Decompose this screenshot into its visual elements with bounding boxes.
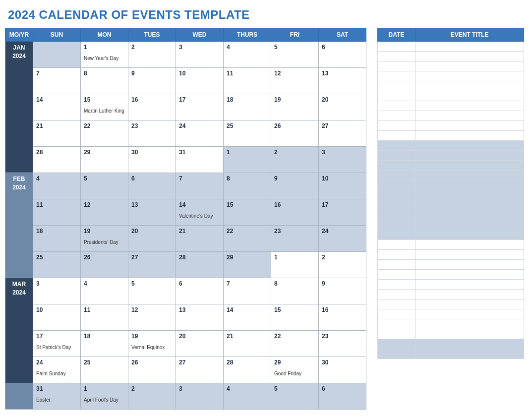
day-cell[interactable]: 12 — [128, 304, 176, 331]
day-cell[interactable]: 17 — [176, 94, 224, 120]
event-title-cell[interactable] — [415, 230, 524, 240]
day-cell[interactable]: 17 — [319, 199, 366, 226]
day-cell[interactable]: 22 — [271, 331, 319, 357]
day-cell[interactable]: 24Palm Sunday — [33, 357, 81, 383]
event-date-cell[interactable] — [378, 81, 415, 91]
day-cell[interactable]: 25 — [33, 252, 81, 278]
day-cell[interactable]: 15 — [224, 199, 271, 226]
event-title-cell[interactable] — [415, 71, 524, 81]
event-title-cell[interactable] — [415, 101, 524, 111]
day-cell[interactable]: 15Martin Luther King Jr Day — [81, 94, 128, 120]
event-title-cell[interactable] — [415, 210, 524, 220]
event-date-cell[interactable] — [378, 329, 415, 339]
event-title-cell[interactable] — [415, 240, 524, 250]
day-cell[interactable]: 7 — [176, 173, 224, 199]
event-date-cell[interactable] — [378, 319, 415, 329]
event-date-cell[interactable] — [378, 131, 415, 141]
day-cell[interactable]: 4 — [224, 383, 271, 410]
day-cell[interactable]: 20 — [176, 331, 224, 357]
day-cell[interactable]: 19Vernal Equinox — [128, 331, 176, 357]
day-cell[interactable]: 9 — [319, 278, 366, 304]
day-cell[interactable]: 16 — [128, 94, 176, 120]
day-cell[interactable]: 27 — [128, 252, 176, 278]
event-date-cell[interactable] — [378, 290, 415, 299]
event-title-cell[interactable] — [415, 270, 524, 280]
day-cell[interactable]: 26 — [128, 357, 176, 383]
event-title-cell[interactable] — [415, 180, 524, 190]
event-date-cell[interactable] — [378, 349, 415, 359]
day-cell[interactable]: 27 — [319, 120, 366, 147]
day-cell[interactable]: 17St Patrick's Day — [33, 331, 81, 357]
day-cell[interactable]: 23 — [271, 226, 319, 252]
event-date-cell[interactable] — [378, 280, 415, 290]
day-cell[interactable]: 10 — [319, 173, 366, 199]
event-title-cell[interactable] — [415, 190, 524, 200]
day-cell[interactable]: 20 — [128, 226, 176, 252]
day-cell[interactable]: 4 — [81, 278, 128, 304]
day-cell[interactable]: 2 — [128, 42, 176, 68]
day-cell[interactable]: 5 — [81, 173, 128, 199]
day-cell[interactable]: 1April Fool's Day — [81, 383, 128, 410]
day-cell[interactable]: 29 — [81, 147, 128, 173]
day-cell[interactable]: 1 — [271, 252, 319, 278]
day-cell[interactable]: 9 — [271, 173, 319, 199]
event-title-cell[interactable] — [415, 131, 524, 141]
day-cell[interactable]: 3 — [33, 278, 81, 304]
day-cell[interactable]: 16 — [271, 199, 319, 226]
event-title-cell[interactable] — [415, 121, 524, 131]
day-cell[interactable]: 8 — [81, 68, 128, 94]
day-cell[interactable]: 3 — [319, 147, 366, 173]
day-cell[interactable]: 5 — [271, 383, 319, 410]
day-cell[interactable]: 22 — [224, 226, 271, 252]
event-date-cell[interactable] — [378, 220, 415, 230]
day-cell[interactable]: 20 — [319, 94, 366, 120]
day-cell[interactable]: 10 — [33, 304, 81, 331]
event-date-cell[interactable] — [378, 339, 415, 349]
day-cell[interactable]: 26 — [271, 120, 319, 147]
event-date-cell[interactable] — [378, 101, 415, 111]
event-date-cell[interactable] — [378, 141, 415, 151]
day-cell[interactable]: 18 — [33, 226, 81, 252]
event-title-cell[interactable] — [415, 309, 524, 319]
event-date-cell[interactable] — [378, 200, 415, 210]
event-title-cell[interactable] — [415, 319, 524, 329]
day-cell[interactable]: 28 — [224, 357, 271, 383]
event-date-cell[interactable] — [378, 151, 415, 161]
day-cell[interactable] — [33, 42, 81, 68]
day-cell[interactable]: 28 — [176, 252, 224, 278]
day-cell[interactable]: 14 — [224, 304, 271, 331]
day-cell[interactable]: 18 — [81, 331, 128, 357]
day-cell[interactable]: 12 — [81, 199, 128, 226]
event-title-cell[interactable] — [415, 260, 524, 270]
event-title-cell[interactable] — [415, 339, 524, 349]
event-title-cell[interactable] — [415, 81, 524, 91]
day-cell[interactable]: 21 — [224, 331, 271, 357]
day-cell[interactable]: 4 — [224, 42, 271, 68]
day-cell[interactable]: 28 — [33, 147, 81, 173]
event-title-cell[interactable] — [415, 250, 524, 260]
day-cell[interactable]: 31 — [176, 147, 224, 173]
day-cell[interactable]: 6 — [319, 42, 366, 68]
event-title-cell[interactable] — [415, 200, 524, 210]
event-date-cell[interactable] — [378, 270, 415, 280]
day-cell[interactable]: 7 — [33, 68, 81, 94]
event-title-cell[interactable] — [415, 111, 524, 121]
event-title-cell[interactable] — [415, 141, 524, 151]
event-date-cell[interactable] — [378, 52, 415, 61]
day-cell[interactable]: 26 — [81, 252, 128, 278]
event-title-cell[interactable] — [415, 280, 524, 290]
day-cell[interactable]: 21 — [33, 120, 81, 147]
day-cell[interactable]: 18 — [224, 94, 271, 120]
day-cell[interactable]: 11 — [33, 199, 81, 226]
day-cell[interactable]: 25 — [81, 357, 128, 383]
event-title-cell[interactable] — [415, 42, 524, 52]
day-cell[interactable]: 11 — [224, 68, 271, 94]
day-cell[interactable]: 6 — [176, 278, 224, 304]
event-date-cell[interactable] — [378, 111, 415, 121]
day-cell[interactable]: 7 — [224, 278, 271, 304]
day-cell[interactable]: 14 — [33, 94, 81, 120]
day-cell[interactable]: 25 — [224, 120, 271, 147]
day-cell[interactable]: 29Good Friday — [271, 357, 319, 383]
day-cell[interactable]: 13 — [176, 304, 224, 331]
day-cell[interactable]: 2 — [319, 252, 366, 278]
